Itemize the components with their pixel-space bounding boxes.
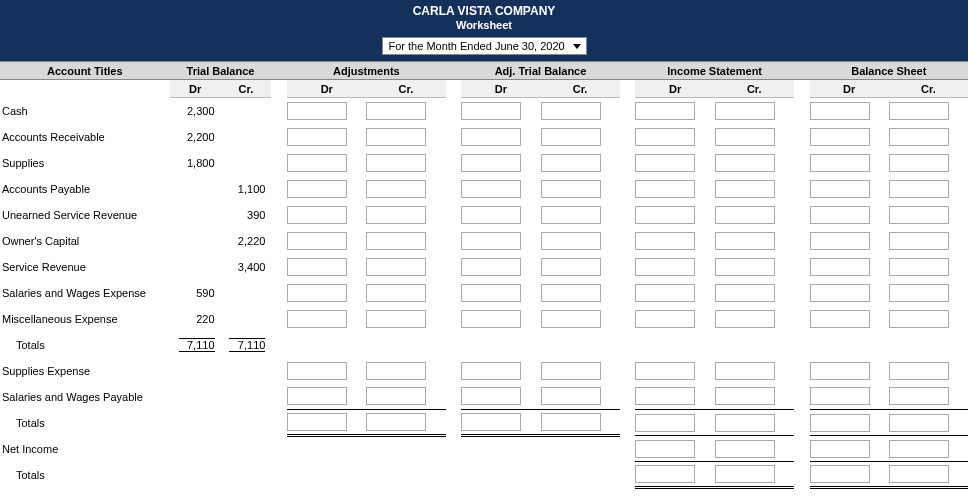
adj-cr[interactable] bbox=[366, 310, 426, 328]
is-cr[interactable] bbox=[715, 128, 775, 146]
adj-dr[interactable] bbox=[287, 128, 347, 146]
bs-cr[interactable] bbox=[889, 258, 949, 276]
atb-dr[interactable] bbox=[461, 362, 521, 380]
is-cr[interactable] bbox=[715, 284, 775, 302]
adj-dr[interactable] bbox=[287, 232, 347, 250]
atb-total-cr[interactable] bbox=[541, 413, 601, 431]
is-dr[interactable] bbox=[635, 206, 695, 224]
bs-final-dr[interactable] bbox=[810, 465, 870, 483]
bs-total-cr[interactable] bbox=[889, 414, 949, 432]
atb-dr[interactable] bbox=[461, 258, 521, 276]
is-dr[interactable] bbox=[635, 387, 695, 405]
bs-cr[interactable] bbox=[889, 284, 949, 302]
bs-cr[interactable] bbox=[889, 310, 949, 328]
bs-dr[interactable] bbox=[810, 258, 870, 276]
bs-dr[interactable] bbox=[810, 310, 870, 328]
period-select[interactable]: For the Month Ended June 30, 2020 bbox=[382, 37, 587, 55]
atb-dr[interactable] bbox=[461, 206, 521, 224]
bs-cr[interactable] bbox=[889, 206, 949, 224]
is-final-cr[interactable] bbox=[715, 465, 775, 483]
adj-dr[interactable] bbox=[287, 180, 347, 198]
bs-dr[interactable] bbox=[810, 128, 870, 146]
is-dr[interactable] bbox=[635, 102, 695, 120]
atb-dr[interactable] bbox=[461, 154, 521, 172]
adj-cr[interactable] bbox=[366, 232, 426, 250]
is-dr[interactable] bbox=[635, 154, 695, 172]
is-cr[interactable] bbox=[715, 102, 775, 120]
bs-dr[interactable] bbox=[810, 180, 870, 198]
adj-cr[interactable] bbox=[366, 284, 426, 302]
bs-dr[interactable] bbox=[810, 284, 870, 302]
is-dr[interactable] bbox=[635, 180, 695, 198]
adj-cr[interactable] bbox=[366, 387, 426, 405]
atb-cr[interactable] bbox=[541, 258, 601, 276]
adj-dr[interactable] bbox=[287, 362, 347, 380]
is-cr[interactable] bbox=[715, 387, 775, 405]
atb-cr[interactable] bbox=[541, 284, 601, 302]
is-cr[interactable] bbox=[715, 232, 775, 250]
adj-dr[interactable] bbox=[287, 102, 347, 120]
is-cr[interactable] bbox=[715, 310, 775, 328]
bs-dr[interactable] bbox=[810, 206, 870, 224]
bs-cr[interactable] bbox=[889, 102, 949, 120]
is-cr[interactable] bbox=[715, 154, 775, 172]
adj-cr[interactable] bbox=[366, 102, 426, 120]
adj-dr[interactable] bbox=[287, 387, 347, 405]
is-cr[interactable] bbox=[715, 258, 775, 276]
is-dr[interactable] bbox=[635, 284, 695, 302]
atb-dr[interactable] bbox=[461, 102, 521, 120]
bs-cr[interactable] bbox=[889, 180, 949, 198]
adj-dr[interactable] bbox=[287, 206, 347, 224]
is-total-cr[interactable] bbox=[715, 414, 775, 432]
bs-cr[interactable] bbox=[889, 154, 949, 172]
atb-cr[interactable] bbox=[541, 310, 601, 328]
atb-dr[interactable] bbox=[461, 128, 521, 146]
bs-ni-dr[interactable] bbox=[810, 440, 870, 458]
adj-dr[interactable] bbox=[287, 310, 347, 328]
atb-cr[interactable] bbox=[541, 362, 601, 380]
bs-cr[interactable] bbox=[889, 387, 949, 405]
bs-ni-cr[interactable] bbox=[889, 440, 949, 458]
atb-dr[interactable] bbox=[461, 310, 521, 328]
is-total-dr[interactable] bbox=[635, 414, 695, 432]
adj-cr[interactable] bbox=[366, 128, 426, 146]
is-dr[interactable] bbox=[635, 362, 695, 380]
atb-cr[interactable] bbox=[541, 154, 601, 172]
is-ni-cr[interactable] bbox=[715, 440, 775, 458]
atb-dr[interactable] bbox=[461, 387, 521, 405]
is-dr[interactable] bbox=[635, 232, 695, 250]
bs-cr[interactable] bbox=[889, 232, 949, 250]
atb-total-dr[interactable] bbox=[461, 413, 521, 431]
adj-total-dr[interactable] bbox=[287, 413, 347, 431]
adj-total-cr[interactable] bbox=[366, 413, 426, 431]
atb-cr[interactable] bbox=[541, 232, 601, 250]
adj-dr[interactable] bbox=[287, 258, 347, 276]
atb-dr[interactable] bbox=[461, 284, 521, 302]
bs-dr[interactable] bbox=[810, 232, 870, 250]
bs-dr[interactable] bbox=[810, 154, 870, 172]
adj-cr[interactable] bbox=[366, 206, 426, 224]
bs-dr[interactable] bbox=[810, 362, 870, 380]
is-dr[interactable] bbox=[635, 258, 695, 276]
atb-dr[interactable] bbox=[461, 180, 521, 198]
atb-cr[interactable] bbox=[541, 387, 601, 405]
adj-cr[interactable] bbox=[366, 154, 426, 172]
is-ni-dr[interactable] bbox=[635, 440, 695, 458]
atb-dr[interactable] bbox=[461, 232, 521, 250]
adj-cr[interactable] bbox=[366, 362, 426, 380]
atb-cr[interactable] bbox=[541, 102, 601, 120]
is-cr[interactable] bbox=[715, 362, 775, 380]
adj-cr[interactable] bbox=[366, 258, 426, 276]
adj-cr[interactable] bbox=[366, 180, 426, 198]
bs-cr[interactable] bbox=[889, 362, 949, 380]
adj-dr[interactable] bbox=[287, 284, 347, 302]
bs-cr[interactable] bbox=[889, 128, 949, 146]
bs-final-cr[interactable] bbox=[889, 465, 949, 483]
bs-dr[interactable] bbox=[810, 387, 870, 405]
adj-dr[interactable] bbox=[287, 154, 347, 172]
bs-dr[interactable] bbox=[810, 102, 870, 120]
is-cr[interactable] bbox=[715, 206, 775, 224]
is-dr[interactable] bbox=[635, 128, 695, 146]
is-cr[interactable] bbox=[715, 180, 775, 198]
atb-cr[interactable] bbox=[541, 128, 601, 146]
